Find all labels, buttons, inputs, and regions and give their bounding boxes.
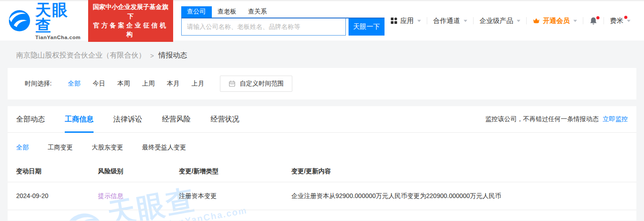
tianyancha-logo[interactable]: 天眼查 TianYanCha.com <box>8 2 82 40</box>
time-option-last-week[interactable]: 上周 <box>142 80 155 88</box>
time-filter-card: 时间选择: 全部 今日 本周 上周 本月 上月 自定义时间范围 <box>8 68 636 99</box>
subtab-all[interactable]: 全部 <box>16 144 29 152</box>
chevron-down-icon <box>627 20 631 22</box>
time-option-last-month[interactable]: 上月 <box>192 80 204 88</box>
subtab-major-shareholder-change[interactable]: 大股东变更 <box>92 144 123 152</box>
tab-all-updates[interactable]: 全部动态 <box>16 106 45 132</box>
nav-apps[interactable]: 应用 <box>385 17 427 25</box>
custom-time-range-button[interactable]: 自定义时间范围 <box>220 76 292 92</box>
search-row: 天眼一下 <box>181 18 385 36</box>
col-header-change-date: 变动日期 <box>16 167 98 176</box>
category-tabs: 全部动态 工商信息 法律诉讼 经营风险 经营状况 监控该公司，不再错过任何一条情… <box>8 106 636 133</box>
time-option-this-month[interactable]: 本月 <box>167 80 179 88</box>
tianyancha-logo-icon <box>8 8 31 33</box>
nav-vip-label: 开通会员 <box>543 17 570 25</box>
nav-enterprise-label: 企业级产品 <box>479 17 513 25</box>
logo-text-block: 天眼查 TianYanCha.com <box>36 2 82 40</box>
search-module: 查公司 查老板 查关系 天眼一下 <box>181 6 385 36</box>
subtab-beneficial-owner-change[interactable]: 最终受益人变更 <box>142 144 186 152</box>
header-nav: 应用 合作通道 企业级产品 开通会员 <box>385 14 636 27</box>
breadcrumb-separator: > <box>150 52 154 59</box>
search-tab-company[interactable]: 查公司 <box>181 6 212 18</box>
monitor-text: 监控该公司，不再错过任何一条情报动态 <box>485 115 599 123</box>
time-option-this-week[interactable]: 本周 <box>117 80 130 88</box>
intelligence-card: 天眼查 TianYanCha.com 全部动态 工商信息 法律诉讼 经营风险 经… <box>8 106 636 221</box>
chevron-down-icon <box>517 20 520 22</box>
nav-apps-label: 应用 <box>400 17 414 25</box>
nav-enterprise[interactable]: 企业级产品 <box>474 17 526 25</box>
tab-legal-litigation[interactable]: 法律诉讼 <box>113 106 142 132</box>
user-notification-badge <box>624 16 627 19</box>
time-filter-options: 全部 今日 本周 上周 本月 上月 <box>68 80 204 88</box>
logo-domain: TianYanCha.com <box>36 35 82 40</box>
col-header-change-type: 变更/新增类型 <box>179 167 291 176</box>
nav-partner-label: 合作通道 <box>433 17 460 25</box>
monitor-now-link[interactable]: 立即监控 <box>603 115 628 123</box>
search-input[interactable] <box>181 18 346 36</box>
time-filter-label: 时间选择: <box>25 80 52 88</box>
chevron-down-icon <box>417 20 421 22</box>
chevron-down-icon <box>464 20 467 22</box>
custom-time-range-label: 自定义时间范围 <box>240 80 284 88</box>
nav-notifications[interactable] <box>583 17 604 25</box>
cell-risk-level[interactable]: 提示信息 <box>98 192 179 200</box>
breadcrumb-current: 情报动态 <box>158 51 187 60</box>
business-info-subtabs: 全部 工商变更 大股东变更 最终受益人变更 <box>8 133 636 161</box>
time-option-today[interactable]: 今日 <box>93 80 105 88</box>
gov-certification-badge: 国家中小企业发展子基金旗下 官方备案企业征信机构 <box>88 0 173 42</box>
apps-grid-icon <box>390 17 398 24</box>
subtab-business-change[interactable]: 工商变更 <box>48 144 73 152</box>
col-header-risk-level: 风险级别 <box>98 167 179 176</box>
time-option-all[interactable]: 全部 <box>68 80 80 88</box>
gov-badge-line1: 国家中小企业发展子基金旗下 <box>93 2 169 21</box>
table-row: 2024-09-20 提示信息 注册资本变更 企业注册资本从92900.0000… <box>8 182 636 210</box>
nav-vip[interactable]: 开通会员 <box>527 17 583 25</box>
gov-badge-line2: 官方备案企业征信机构 <box>93 21 169 39</box>
changes-table: 变动日期 风险级别 变更/新增类型 变更/更新内容 2024-09-20 提示信… <box>8 161 636 210</box>
cell-change-type: 注册资本变更 <box>179 192 291 200</box>
logo-title: 天眼查 <box>36 2 82 33</box>
nav-user-label: 费米 <box>610 17 623 25</box>
table-header-row: 变动日期 风险级别 变更/新增类型 变更/更新内容 <box>8 161 636 182</box>
tab-business-info[interactable]: 工商信息 <box>65 106 94 132</box>
cell-change-date: 2024-09-20 <box>16 192 98 200</box>
search-button[interactable]: 天眼一下 <box>349 18 385 36</box>
tab-operation-status[interactable]: 经营状况 <box>210 106 239 132</box>
nav-user[interactable]: 费米 <box>604 17 636 25</box>
crown-icon <box>532 17 540 25</box>
site-header: 天眼查 TianYanCha.com 国家中小企业发展子基金旗下 官方备案企业征… <box>0 1 644 41</box>
breadcrumb-company-link[interactable]: 南京隐山股权投资合伙企业（有限合伙） <box>16 51 146 60</box>
col-header-change-content: 变更/更新内容 <box>291 167 628 176</box>
monitor-prompt: 监控该公司，不再错过任何一条情报动态 立即监控 <box>485 115 628 123</box>
breadcrumb: 南京隐山股权投资合伙企业（有限合伙） > 情报动态 <box>0 41 644 60</box>
tab-operation-risk[interactable]: 经营风险 <box>162 106 191 132</box>
chevron-down-icon <box>573 20 577 22</box>
search-tabs: 查公司 查老板 查关系 <box>181 6 385 18</box>
nav-partner[interactable]: 合作通道 <box>427 17 473 25</box>
search-tab-boss[interactable]: 查老板 <box>212 6 242 18</box>
search-tab-relation[interactable]: 查关系 <box>242 6 273 18</box>
notification-badge <box>596 16 599 19</box>
cell-change-content: 企业注册资本从92900.000000万元人民币变更为220900.000000… <box>291 192 628 200</box>
calendar-icon <box>228 80 236 87</box>
